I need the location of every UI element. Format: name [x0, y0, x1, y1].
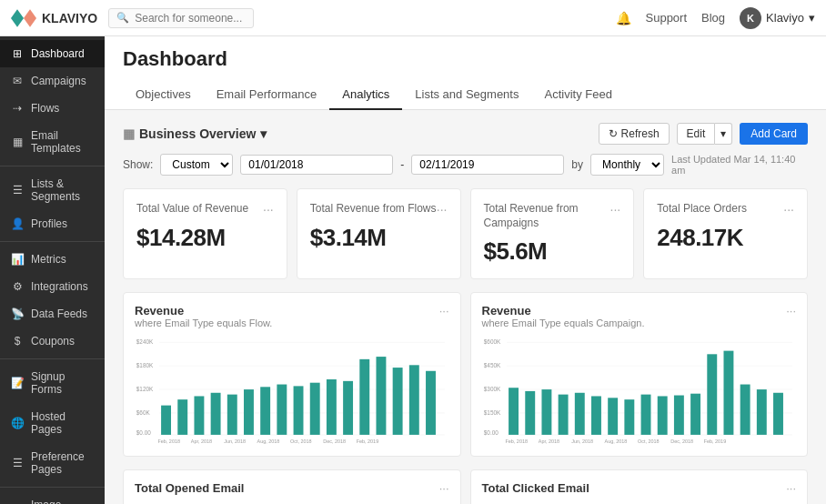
- sidebar-icon-campaigns: ✉: [11, 75, 24, 87]
- metric-card-value: $5.6M: [484, 237, 621, 266]
- metric-card-revenue-campaigns: Total Revenue from Campaigns ··· $5.6M: [470, 188, 635, 279]
- metric-card-menu[interactable]: ···: [610, 202, 621, 217]
- sidebar-item-profiles[interactable]: 👤Profiles: [0, 210, 105, 237]
- sidebar-item-metrics[interactable]: 📊Metrics: [0, 246, 105, 273]
- sidebar-divider: [0, 241, 105, 242]
- add-card-button[interactable]: Add Card: [740, 123, 808, 145]
- svg-rect-60: [740, 385, 750, 435]
- date-from-input[interactable]: [240, 155, 393, 175]
- chart-menu-icon[interactable]: ···: [786, 481, 796, 495]
- metric-cards: Total Value of Revenue ··· $14.28M Total…: [123, 188, 808, 279]
- overview-title[interactable]: ▦ Business Overview ▾: [123, 126, 267, 141]
- svg-text:$300K: $300K: [483, 386, 500, 392]
- chart-header: Total Opened Email ···: [135, 481, 449, 495]
- search-box[interactable]: 🔍: [108, 8, 254, 28]
- sidebar-item-coupons[interactable]: $Coupons: [0, 328, 105, 355]
- sidebar-icon-metrics: 📊: [11, 253, 24, 266]
- tab-activity-feed[interactable]: Activity Feed: [531, 80, 624, 110]
- tab-email-performance[interactable]: Email Performance: [204, 80, 330, 110]
- svg-marker-1: [24, 9, 36, 27]
- sidebar-item-dashboard[interactable]: ⊞Dashboard: [0, 40, 105, 67]
- metric-card-menu[interactable]: ···: [783, 202, 794, 217]
- chart-menu-icon[interactable]: ···: [439, 304, 449, 318]
- svg-rect-12: [161, 406, 171, 435]
- sidebar-icon-preference-pages: ☰: [11, 457, 24, 469]
- sidebar-item-signup-forms[interactable]: 📝Signup Forms: [0, 363, 105, 403]
- search-input[interactable]: [135, 12, 246, 25]
- metric-card-title: Total Revenue from Campaigns: [484, 202, 610, 230]
- opened-email-chart-card: Total Opened Email ··· 800K 600K 400K: [123, 469, 461, 504]
- search-icon: 🔍: [116, 12, 129, 24]
- sidebar-item-flows[interactable]: ⇢Flows: [0, 95, 105, 122]
- sidebar-icon-lists-segments: ☰: [11, 184, 24, 197]
- chart-svg-container: $600K $450K $300K $150K $0.00: [482, 336, 797, 445]
- svg-rect-47: [525, 391, 535, 435]
- tab-analytics[interactable]: Analytics: [329, 80, 402, 110]
- sidebar-label-campaigns: Campaigns: [31, 75, 86, 87]
- metric-card-total-revenue: Total Value of Revenue ··· $14.28M: [123, 188, 287, 279]
- sidebar-item-preference-pages[interactable]: ☰Preference Pages: [0, 443, 105, 483]
- sidebar-item-campaigns[interactable]: ✉Campaigns: [0, 67, 105, 95]
- sidebar-label-email-templates: Email Templates: [31, 129, 94, 155]
- user-menu[interactable]: K Klaviyo ▾: [740, 7, 815, 29]
- blog-link[interactable]: Blog: [701, 11, 725, 25]
- sidebar-label-dashboard: Dashboard: [31, 47, 85, 60]
- edit-button[interactable]: Edit: [677, 123, 716, 145]
- metric-card-title: Total Place Orders: [657, 202, 747, 217]
- app-logo[interactable]: KLAVIYO: [11, 9, 97, 27]
- svg-text:Jun, 2018: Jun, 2018: [571, 438, 593, 444]
- last-updated: Last Updated Mar 14, 11:40 am: [671, 154, 808, 176]
- svg-text:Feb, 2019: Feb, 2019: [703, 438, 726, 444]
- support-link[interactable]: Support: [646, 11, 688, 25]
- sidebar-label-hosted-pages: Hosted Pages: [31, 410, 94, 436]
- sidebar-divider: [0, 358, 105, 359]
- sidebar-icon-flows: ⇢: [11, 102, 24, 115]
- date-to-input[interactable]: [411, 155, 564, 175]
- svg-rect-14: [194, 397, 204, 435]
- svg-rect-18: [260, 387, 270, 435]
- filter-type-select[interactable]: Custom: [160, 154, 233, 176]
- sidebar-icon-profiles: 👤: [11, 217, 24, 230]
- sidebar-item-data-feeds[interactable]: 📡Data Feeds: [0, 300, 105, 328]
- svg-text:$0.00: $0.00: [483, 429, 498, 436]
- chart-menu-icon[interactable]: ···: [439, 481, 449, 495]
- metric-card-menu[interactable]: ···: [263, 202, 274, 217]
- metric-card-header: Total Value of Revenue ···: [136, 202, 274, 217]
- sidebar-item-hosted-pages[interactable]: 🌐Hosted Pages: [0, 403, 105, 443]
- sidebar-item-image-library[interactable]: 🖼Image Library: [0, 491, 105, 504]
- overview-bar: ▦ Business Overview ▾ ↻ Refresh Edit ▾ A…: [123, 123, 808, 145]
- chart-subtitle: where Email Type equals Campaign.: [482, 318, 645, 328]
- metric-card-title: Total Value of Revenue: [136, 202, 248, 217]
- sidebar-item-integrations[interactable]: ⚙Integrations: [0, 273, 105, 300]
- by-label: by: [571, 158, 583, 171]
- chart-svg-container: 100K 75K 50K: [482, 497, 797, 504]
- svg-text:Feb, 2019: Feb, 2019: [357, 438, 379, 444]
- sidebar-item-email-templates[interactable]: ▦Email Templates: [0, 122, 105, 162]
- chart-svg-container: 800K 600K 400K: [135, 497, 449, 504]
- refresh-button[interactable]: ↻ Refresh: [599, 123, 670, 145]
- nav-right: 🔔 Support Blog K Klaviyo ▾: [616, 7, 816, 29]
- svg-text:Apr, 2018: Apr, 2018: [191, 438, 212, 444]
- user-menu-chevron: ▾: [809, 11, 815, 25]
- chart-subtitle: where Email Type equals Flow.: [135, 318, 272, 328]
- notification-icon[interactable]: 🔔: [616, 11, 631, 25]
- svg-rect-17: [244, 389, 254, 435]
- chart-title: Revenue: [135, 304, 272, 318]
- chart-menu-icon[interactable]: ···: [786, 304, 796, 318]
- sidebar-icon-email-templates: ▦: [11, 136, 24, 148]
- svg-rect-21: [310, 383, 320, 435]
- svg-rect-53: [624, 399, 634, 435]
- clicked-email-chart-card: Total Clicked Email ··· 100K 75K 50K: [470, 469, 809, 504]
- svg-rect-61: [756, 389, 766, 435]
- edit-caret-button[interactable]: ▾: [715, 123, 732, 145]
- sidebar-label-preference-pages: Preference Pages: [31, 450, 94, 476]
- metric-card-menu[interactable]: ···: [437, 202, 448, 217]
- svg-rect-50: [574, 393, 584, 435]
- sidebar-item-lists-segments[interactable]: ☰Lists & Segments: [0, 170, 105, 210]
- metric-card-header: Total Place Orders ···: [657, 202, 794, 217]
- tab-lists-segments[interactable]: Lists and Segments: [402, 80, 531, 110]
- tab-objectives[interactable]: Objectives: [123, 80, 204, 110]
- interval-select[interactable]: Monthly: [590, 154, 664, 176]
- sidebar-label-image-library: Image Library: [31, 499, 94, 504]
- svg-rect-23: [343, 381, 353, 435]
